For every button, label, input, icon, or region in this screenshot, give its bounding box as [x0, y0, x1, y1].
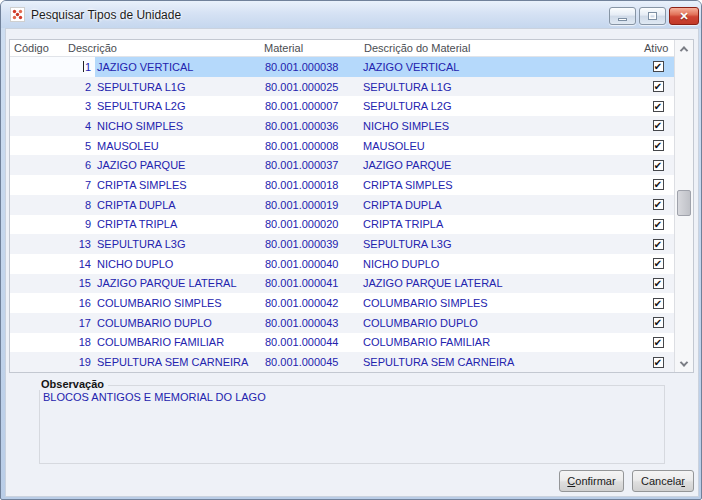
cell-descricao-material: CRIPTA DUPLA: [360, 199, 642, 211]
cell-codigo: 7: [10, 175, 95, 195]
ativo-checkbox[interactable]: ✔: [653, 337, 664, 348]
cell-descricao-material: SEPULTURA L1G: [360, 81, 642, 93]
cell-descricao-material: MAUSOLEU: [360, 140, 642, 152]
cell-material: 80.001.000025: [262, 81, 360, 93]
cell-codigo: 5: [10, 136, 95, 156]
cell-codigo: 2: [10, 77, 95, 97]
maximize-button[interactable]: [639, 7, 666, 25]
cell-material: 80.001.000043: [262, 317, 360, 329]
ativo-checkbox[interactable]: ✔: [653, 179, 664, 190]
cell-material: 80.001.000020: [262, 218, 360, 230]
ativo-checkbox[interactable]: ✔: [653, 160, 664, 171]
ativo-checkbox[interactable]: ✔: [653, 81, 664, 92]
table-header-row: Código Descrição Material Descrição do M…: [10, 40, 693, 57]
table-row[interactable]: 8CRIPTA DUPLA80.001.000019CRIPTA DUPLA✔: [10, 195, 674, 215]
cell-descricao: COLUMBARIO SIMPLES: [95, 297, 262, 309]
cell-codigo: 16: [10, 293, 95, 313]
ativo-checkbox[interactable]: ✔: [653, 140, 664, 151]
table-row[interactable]: 1JAZIGO VERTICAL80.001.000038JAZIGO VERT…: [10, 57, 674, 77]
table-row[interactable]: 3SEPULTURA L2G80.001.000007SEPULTURA L2G…: [10, 96, 674, 116]
cell-codigo: 17: [10, 313, 95, 333]
ativo-checkbox[interactable]: ✔: [653, 120, 664, 131]
cell-codigo: 18: [10, 333, 95, 353]
cell-descricao: JAZIGO PARQUE: [95, 159, 262, 171]
ativo-checkbox[interactable]: ✔: [653, 278, 664, 289]
cell-descricao-material: SEPULTURA SEM CARNEIRA: [360, 356, 642, 368]
cell-descricao-material: NICHO SIMPLES: [360, 120, 642, 132]
table-row[interactable]: 6JAZIGO PARQUE80.001.000037JAZIGO PARQUE…: [10, 155, 674, 175]
column-header-ativo[interactable]: Ativo: [644, 42, 668, 54]
table-row[interactable]: 2SEPULTURA L1G80.001.000025SEPULTURA L1G…: [10, 77, 674, 97]
unit-types-table[interactable]: Código Descrição Material Descrição do M…: [9, 39, 694, 373]
ativo-checkbox[interactable]: ✔: [653, 239, 664, 250]
cell-descricao: SEPULTURA L2G: [95, 100, 262, 112]
cell-descricao: CRIPTA DUPLA: [95, 199, 262, 211]
table-row[interactable]: 4NICHO SIMPLES80.001.000036NICHO SIMPLES…: [10, 116, 674, 136]
column-header-descricao-material[interactable]: Descrição do Material: [364, 42, 470, 54]
minimize-button[interactable]: [609, 7, 636, 25]
table-row[interactable]: 5MAUSOLEU80.001.000008MAUSOLEU✔: [10, 136, 674, 156]
vertical-scrollbar[interactable]: [674, 40, 693, 372]
table-row[interactable]: 16COLUMBARIO SIMPLES80.001.000042COLUMBA…: [10, 293, 674, 313]
column-header-material[interactable]: Material: [264, 42, 303, 54]
cell-descricao-material: SEPULTURA L2G: [360, 100, 642, 112]
cell-material: 80.001.000045: [262, 356, 360, 368]
cell-descricao: COLUMBARIO DUPLO: [95, 317, 262, 329]
cell-material: 80.001.000008: [262, 140, 360, 152]
confirm-button[interactable]: Confirmar: [559, 470, 624, 492]
column-header-descricao[interactable]: Descrição: [68, 42, 117, 54]
ativo-checkbox[interactable]: ✔: [653, 219, 664, 230]
scrollbar-up-button[interactable]: [675, 40, 693, 57]
ativo-checkbox[interactable]: ✔: [653, 317, 664, 328]
cell-material: 80.001.000044: [262, 336, 360, 348]
scrollbar-thumb[interactable]: [677, 190, 691, 216]
cell-codigo: 14: [10, 254, 95, 274]
cell-descricao: MAUSOLEU: [95, 140, 262, 152]
cell-descricao-material: JAZIGO PARQUE: [360, 159, 642, 171]
cell-codigo: 8: [10, 195, 95, 215]
table-row[interactable]: 7CRIPTA SIMPLES80.001.000018CRIPTA SIMPL…: [10, 175, 674, 195]
table-row[interactable]: 17COLUMBARIO DUPLO80.001.000043COLUMBARI…: [10, 313, 674, 333]
ativo-checkbox[interactable]: ✔: [653, 101, 664, 112]
ativo-checkbox[interactable]: ✔: [653, 258, 664, 269]
ativo-checkbox[interactable]: ✔: [653, 61, 664, 72]
close-button[interactable]: ✕: [669, 7, 699, 25]
chevron-down-icon: [680, 358, 688, 366]
table-row[interactable]: 19SEPULTURA SEM CARNEIRA80.001.000045SEP…: [10, 352, 674, 372]
cell-descricao-material: CRIPTA SIMPLES: [360, 179, 642, 191]
table-row[interactable]: 14NICHO DUPLO80.001.000040NICHO DUPLO✔: [10, 254, 674, 274]
table-row[interactable]: 15JAZIGO PARQUE LATERAL80.001.000041JAZI…: [10, 274, 674, 294]
cell-material: 80.001.000019: [262, 199, 360, 211]
cell-descricao: NICHO SIMPLES: [95, 120, 262, 132]
cell-descricao: JAZIGO VERTICAL: [95, 61, 262, 73]
cell-codigo: 15: [10, 274, 95, 294]
cell-descricao-material: COLUMBARIO DUPLO: [360, 317, 642, 329]
cell-material: 80.001.000039: [262, 238, 360, 250]
ativo-checkbox[interactable]: ✔: [653, 357, 664, 368]
cell-material: 80.001.000041: [262, 277, 360, 289]
cell-codigo: 3: [10, 96, 95, 116]
cell-descricao: CRIPTA TRIPLA: [95, 218, 262, 230]
ativo-checkbox[interactable]: ✔: [653, 298, 664, 309]
cell-codigo: 1: [10, 57, 95, 77]
cell-material: 80.001.000040: [262, 258, 360, 270]
cell-descricao-material: NICHO DUPLO: [360, 258, 642, 270]
table-row[interactable]: 13SEPULTURA L3G80.001.000039SEPULTURA L3…: [10, 234, 674, 254]
cell-codigo: 19: [10, 352, 95, 372]
cell-material: 80.001.000037: [262, 159, 360, 171]
cell-descricao: SEPULTURA L1G: [95, 81, 262, 93]
cell-descricao-material: COLUMBARIO SIMPLES: [360, 297, 642, 309]
ativo-checkbox[interactable]: ✔: [653, 199, 664, 210]
table-row[interactable]: 18COLUMBARIO FAMILIAR80.001.000044COLUMB…: [10, 333, 674, 353]
cell-descricao: JAZIGO PARQUE LATERAL: [95, 277, 262, 289]
cell-descricao: COLUMBARIO FAMILIAR: [95, 336, 262, 348]
cell-material: 80.001.000038: [262, 61, 360, 73]
cancel-button[interactable]: Cancelar: [632, 470, 694, 492]
cell-descricao-material: COLUMBARIO FAMILIAR: [360, 336, 642, 348]
titlebar[interactable]: Pesquisar Tipos de Unidade ✕: [1, 1, 701, 28]
column-header-codigo[interactable]: Código: [14, 42, 49, 54]
scrollbar-down-button[interactable]: [675, 355, 693, 372]
table-row[interactable]: 9CRIPTA TRIPLA80.001.000020CRIPTA TRIPLA…: [10, 215, 674, 235]
close-icon: ✕: [679, 11, 688, 22]
maximize-icon: [648, 12, 657, 20]
